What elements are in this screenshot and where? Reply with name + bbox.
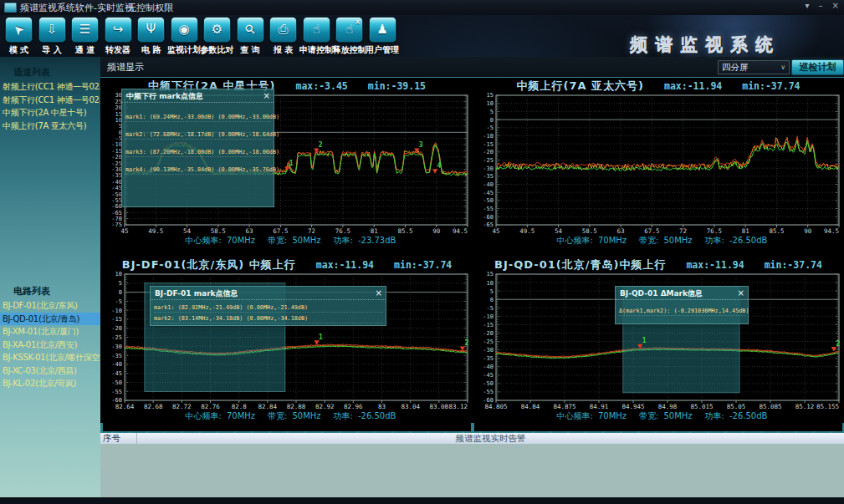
svg-text:10: 10 (487, 100, 494, 107)
circuit-list-item[interactable]: BJ-XC-03(北京/西昌) (0, 364, 100, 378)
popup-title: 中频下行 mark点信息 (126, 91, 203, 102)
request-control-button[interactable]: ☝申请控制 (303, 17, 330, 56)
app-title: 频谱监视系统 (630, 33, 780, 56)
status-key: 中心频率: (186, 411, 222, 420)
mode-button[interactable]: ➤模 式 (5, 17, 33, 56)
svg-text:-30: -30 (111, 344, 122, 350)
transponder-button[interactable]: ↪转发器 (105, 17, 132, 56)
channel-list-item[interactable]: 中频下行(2A 中星十号) (0, 106, 100, 120)
status-key: 带宽: (639, 411, 658, 420)
svg-text:-55: -55 (483, 206, 494, 212)
chart-title: BJ-DF-01(北京/东风) 中频上行 (122, 257, 296, 272)
status-key: 带宽: (268, 236, 287, 245)
svg-text:82.88: 82.88 (287, 403, 306, 410)
svg-text:82.84: 82.84 (258, 403, 278, 410)
channel-list-item[interactable]: 中频上行(7A 亚太六号) (0, 120, 100, 133)
status-value: 70MHz (227, 411, 255, 420)
status-value: 70MHz (598, 236, 627, 245)
chart-max-label: max:-3.45 (295, 80, 347, 92)
mark-info-line: Δ(mark1,mark2): (-0.291030MHz,14.45dB) (619, 308, 745, 316)
svg-text:45: 45 (492, 227, 499, 235)
channels-button[interactable]: ☰通 道 (71, 17, 99, 56)
popup-title: BJ-QD-01 ΔMark信息 (620, 288, 703, 299)
status-value: -23.73dB (358, 236, 396, 245)
svg-text:94.5: 94.5 (453, 227, 468, 235)
svg-text:-35: -35 (483, 173, 494, 180)
report-button[interactable]: ⎙报 表 (269, 17, 297, 56)
mark-number: 2 (836, 340, 840, 348)
mark-number: 1 (642, 337, 647, 344)
param-compare-button[interactable]: ⚙参数比对 (203, 17, 231, 56)
close-icon[interactable]: × (832, 1, 839, 10)
circuit-list-item-selected[interactable]: BJ-QD-01(北京/青岛) (0, 313, 100, 326)
svg-text:10: 10 (115, 272, 122, 277)
circuit-list-item[interactable]: BJ-XM-01(北京/厦门) (0, 325, 100, 339)
svg-text:84.98: 84.98 (658, 403, 678, 410)
svg-text:63: 63 (246, 227, 253, 235)
tab-spectrum-display[interactable]: 频谱显示 (107, 61, 144, 74)
channel-list-item[interactable]: 射频上行(CC1 神通一号02星) (0, 80, 100, 94)
popup-header: BJ-DF-01 mark点信息× (151, 287, 386, 300)
svg-text:58.5: 58.5 (582, 227, 597, 235)
chart-status-line: 中心频率:70MHz带宽:50MHz功率:-26.50dB (103, 410, 471, 421)
chart-status-line: 中心频率:70MHz带宽:50MHz功率:-23.73dB (103, 235, 471, 246)
monitor-plan-button[interactable]: ◉监视计划 (171, 17, 198, 56)
chevron-down-icon: ∨ (780, 64, 785, 71)
svg-text:-50: -50 (483, 197, 494, 204)
status-key: 中心频率: (557, 411, 593, 420)
circuit-list-item[interactable]: BJ-DF-01(北京/东风) (0, 299, 100, 313)
circuit-button[interactable]: Ψ电 路 (137, 17, 165, 56)
spectrum-plot[interactable]: 151050-5-10-15-20-25-30-35-40-45-50-55-6… (474, 93, 842, 235)
circuit-plug-icon: Ψ (137, 17, 165, 43)
patrol-plan-button[interactable]: 巡检计划 (791, 59, 844, 75)
release-control-label: 释放控制 (333, 44, 366, 56)
svg-text:-55: -55 (111, 389, 122, 395)
circuit-list-item[interactable]: BJ-KL-02(北京/岢岚) (0, 377, 100, 390)
chart-panel-if-downlink: 中频下行(2A 中星十号)max:-3.45min:-39.1530252015… (103, 79, 471, 256)
chart-title: BJ-QD-01(北京/青岛)中频上行 (494, 257, 666, 272)
mark-info-popup[interactable]: BJ-QD-01 ΔMark信息×Δ(mark1,mark2): (-0.291… (615, 286, 749, 324)
svg-text:-50: -50 (483, 380, 494, 387)
close-icon[interactable]: × (376, 289, 382, 298)
report-printer-icon: ⎙ (269, 17, 297, 43)
svg-text:-20: -20 (483, 149, 494, 155)
minimize-icon[interactable]: – (819, 1, 823, 10)
svg-text:-25: -25 (483, 339, 494, 345)
popup-lines: Δ(mark1,mark2): (-0.291030MHz,14.45dB) (616, 300, 748, 316)
alarm-seq-column-header: 序号 (100, 433, 137, 444)
svg-text:-15: -15 (483, 141, 494, 148)
svg-text:-15: -15 (111, 316, 122, 323)
close-icon[interactable]: × (738, 289, 744, 298)
window-dropdown-icon[interactable]: ▾ (806, 1, 810, 10)
mode-cursor-icon: ➤ (5, 17, 33, 43)
svg-text:10: 10 (487, 280, 494, 287)
alarm-list-body[interactable] (100, 444, 844, 497)
circuit-list-item[interactable]: BJ-KSSK-01(北京/喀什深空站) (0, 351, 100, 364)
svg-text:84.945: 84.945 (621, 403, 644, 410)
close-icon[interactable]: × (263, 92, 270, 100)
param-compare-label: 参数比对 (201, 44, 234, 56)
screen-layout-select[interactable]: 四分屏 ∨ (718, 60, 790, 74)
svg-text:72: 72 (308, 227, 315, 235)
channel-list: 射频上行(CC1 神通一号02星)射频下行(CC1 神通一号02星)中频下行(2… (0, 80, 100, 132)
query-button[interactable]: ⚲查 询 (237, 17, 264, 56)
svg-text:-45: -45 (483, 190, 494, 196)
import-button[interactable]: ⇩导 入 (38, 17, 66, 56)
chart-min-label: min:-39.15 (368, 80, 426, 92)
svg-text:-10: -10 (483, 313, 494, 320)
release-control-button[interactable]: ☝×释放控制 (335, 17, 363, 56)
svg-text:82.8: 82.8 (232, 403, 248, 410)
svg-text:15: 15 (487, 93, 494, 99)
user-management-button[interactable]: ♟用户管理 (369, 17, 396, 56)
svg-text:-30: -30 (483, 165, 494, 172)
circuit-list-item[interactable]: BJ-XA-01(北京/西安) (0, 339, 100, 352)
bottom-strip (0, 497, 844, 504)
circuit-list: BJ-DF-01(北京/东风)BJ-QD-01(北京/青岛)BJ-XM-01(北… (0, 299, 100, 390)
mark-info-popup[interactable]: BJ-DF-01 mark点信息×mark1: (82.92MHz,-21.49… (150, 286, 386, 326)
mode-label: 模 式 (9, 44, 28, 56)
channel-list-item[interactable]: 射频下行(CC1 神通一号02星) (0, 94, 100, 107)
svg-text:85.155: 85.155 (816, 403, 839, 410)
mark-info-popup[interactable]: 中频下行 mark点信息×mark1: (69.24MHz,-33.00dB) … (121, 89, 274, 207)
mark-number: 1 (289, 160, 294, 167)
alarm-table-header: 序号 频谱监视实时告警 (100, 433, 844, 444)
